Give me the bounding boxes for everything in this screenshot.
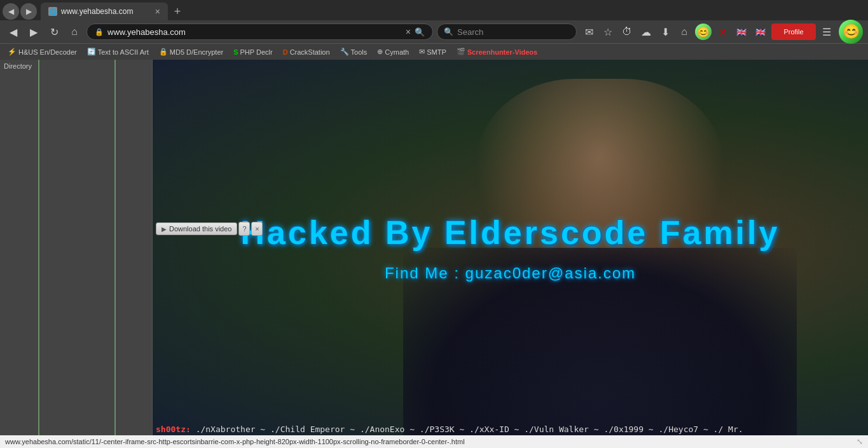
search-icon: 🔍 [415, 27, 425, 37]
bookmark-md5[interactable]: 🔒 MD5 D/Encrypter [156, 46, 226, 57]
menu-icon[interactable]: ☰ [818, 24, 835, 40]
screenhunter-icon: 🎬 [457, 48, 465, 56]
scroll-text: sh00tz: ./nXabrother ~ ./Child Emperor ~… [156, 424, 865, 434]
user-profile-icon[interactable]: Profile [771, 24, 816, 40]
url-bar: 🔒 www.yehabesha.com × 🔍 [86, 24, 433, 40]
sidebar: Directory [0, 60, 153, 435]
hack-title: Hacked By Elderscode Family [241, 214, 780, 252]
sh00tz-label: sh00tz: [156, 424, 191, 434]
search-bar[interactable]: 🔍 Search [437, 24, 577, 40]
address-bar-row: ◀ ▶ ↻ ⌂ 🔒 www.yehabesha.com × 🔍 🔍 Search… [0, 20, 868, 43]
md5-icon: 🔒 [159, 48, 168, 56]
tab-close-button[interactable]: × [155, 6, 160, 17]
sidebar-line-1 [38, 60, 39, 435]
bookmark-label: SMTP [427, 48, 446, 56]
uk-flag-icon[interactable]: 🇬🇧 [733, 24, 750, 40]
history-icon[interactable]: ⏱ [619, 24, 635, 40]
status-right: ⤡ [857, 437, 863, 446]
bookmark-label: H&US En/Decoder [18, 48, 77, 56]
bookmark-php-declr[interactable]: S PHP Declr [231, 47, 275, 57]
sync-icon[interactable]: ☁ [638, 24, 654, 40]
download-icon[interactable]: ⬇ [657, 24, 673, 40]
download-video-button[interactable]: ▶ Download this video [156, 222, 237, 235]
tab-title: www.yehabesha.com [61, 7, 133, 16]
bookmark-star-icon[interactable]: ☆ [600, 24, 616, 40]
search-placeholder: Search [457, 27, 483, 37]
reload-button[interactable]: ↻ [46, 24, 62, 40]
page-content: Directory Hacked By Elderscode Family Fi… [0, 60, 868, 435]
status-url-text: www.yehabesha.com/static/11/-center-ifra… [5, 438, 465, 445]
sidebar-line-2 [114, 60, 116, 435]
bookmark-cymath[interactable]: ⊕ Cymath [375, 46, 411, 57]
tab-favicon: 🌐 [48, 7, 57, 16]
home-button[interactable]: ⌂ [66, 24, 83, 40]
url-text: www.yehabesha.com [107, 27, 402, 37]
home-nav-icon[interactable]: ⌂ [676, 24, 692, 40]
email-icon[interactable]: ✉ [581, 24, 597, 40]
status-bar: www.yehabesha.com/static/11/-center-ifra… [0, 435, 868, 448]
back-button[interactable]: ◀ [3, 3, 19, 20]
directory-label: Directory [4, 62, 32, 70]
bookmark-tools[interactable]: 🔧 Tools [338, 46, 370, 57]
bookmark-label: PHP Declr [240, 48, 273, 56]
new-tab-button[interactable]: + [169, 3, 186, 20]
nav-buttons: ◀ ▶ [3, 3, 37, 20]
active-tab[interactable]: 🌐 www.yehabesha.com × [41, 3, 168, 20]
tools-icon: 🔧 [340, 48, 349, 56]
bookmark-text-ascii[interactable]: 🔄 Text to ASCII Art [85, 46, 151, 57]
search-magnifier-icon: 🔍 [444, 27, 453, 36]
play-icon: ▶ [162, 226, 167, 233]
forward-button[interactable]: ▶ [20, 3, 37, 20]
avatar-large-icon[interactable]: 😊 [839, 20, 863, 44]
download-help-button[interactable]: ? [238, 222, 250, 236]
bookmark-hus-encoder[interactable]: ⚡ H&US En/Decoder [5, 46, 79, 57]
browser-chrome: ◀ ▶ 🌐 www.yehabesha.com × + ◀ ▶ ↻ ⌂ 🔒 ww… [0, 0, 868, 60]
bookmark-label: Tools [351, 48, 368, 56]
bookmark-label: Screenhunter-Videos [467, 48, 537, 56]
download-close-button[interactable]: × [251, 222, 263, 236]
sidebar-panel: Directory [0, 60, 153, 435]
tab-bar: ◀ ▶ 🌐 www.yehabesha.com × + [0, 0, 868, 20]
bookmark-label: CrackStation [290, 48, 330, 56]
download-label: Download this video [169, 225, 231, 233]
main-content: Hacked By Elderscode Family Find Me : gu… [153, 60, 868, 435]
gb-flag-icon[interactable]: 🇬🇧 [752, 24, 769, 40]
bookmark-label: Cymath [385, 48, 409, 56]
bookmarks-bar: ⚡ H&US En/Decoder 🔄 Text to ASCII Art 🔒 … [0, 43, 868, 60]
hack-subtitle: Find Me : guzac0der@asia.com [385, 264, 636, 282]
bookmark-label: MD5 D/Encrypter [170, 48, 223, 56]
hacked-background: Hacked By Elderscode Family Find Me : gu… [153, 60, 868, 435]
bookmark-screenhunter[interactable]: 🎬 Screenhunter-Videos [454, 46, 540, 57]
download-widget: ▶ Download this video ? × [156, 222, 263, 236]
lock-icon: 🔒 [95, 28, 104, 36]
bookmark-crackstation[interactable]: D CrackStation [280, 47, 333, 57]
close-x-icon[interactable]: ✕ [714, 24, 731, 40]
avatar-icon[interactable]: 😊 [695, 24, 712, 40]
bookmark-smtp[interactable]: ✉ SMTP [417, 46, 449, 57]
bookmark-label: Text to ASCII Art [98, 48, 149, 56]
toolbar-icons: ✉ ☆ ⏱ ☁ ⬇ ⌂ 😊 ✕ 🇬🇧 🇬🇧 Profile ☰ [581, 24, 835, 40]
crack-icon: D [283, 48, 288, 56]
forward-nav-button[interactable]: ▶ [25, 24, 42, 40]
url-clear-button[interactable]: × [406, 27, 411, 37]
hus-icon: ⚡ [8, 48, 17, 56]
resize-handle[interactable]: ⤡ [857, 437, 863, 446]
cymath-icon: ⊕ [377, 48, 383, 56]
smtp-icon: ✉ [419, 48, 425, 56]
back-nav-button[interactable]: ◀ [5, 24, 22, 40]
ascii-icon: 🔄 [87, 48, 96, 56]
php-icon: S [233, 48, 238, 56]
hacker-names: ./nXabrother ~ ./Child Emperor ~ ./AnonE… [196, 424, 743, 434]
